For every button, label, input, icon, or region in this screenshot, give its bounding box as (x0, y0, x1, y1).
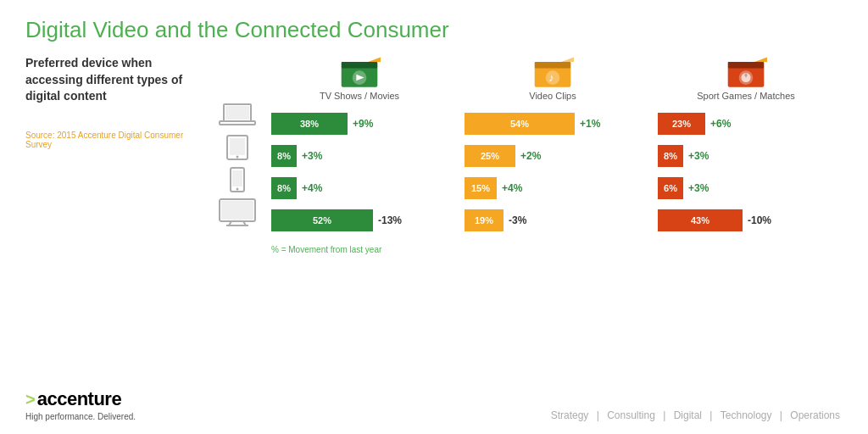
sport-games-move-3: -10% (748, 214, 771, 226)
tv-shows-move-2: +4% (302, 182, 322, 194)
tv-shows-bar-0: 38% (271, 113, 348, 135)
tv-shows-move-3: -13% (378, 214, 402, 226)
sport-games-rows: 23% +6% 8% +3% 6% +3% 43% -10% (658, 111, 834, 233)
nav-strategy: Strategy (551, 409, 589, 421)
video-clips-column: ♪ Video Clips 54% +1% 25% +2% 15% (456, 55, 649, 254)
source-citation: Source: 2015 Accenture Digital Consumer … (25, 131, 212, 149)
legend-text: % = Movement from last year (271, 245, 381, 254)
accenture-tagline: High performance. Delivered. (25, 412, 136, 421)
sport-games-bar-1: 8% (658, 145, 683, 167)
table-row: 6% +3% (658, 175, 834, 201)
sport-games-column: Sport Games / Matches 23% +6% 8% +3% 6% … (649, 55, 843, 254)
video-clips-move-0: +1% (580, 118, 600, 130)
table-row: 8% +4% (271, 175, 448, 201)
accenture-logo: > accenture High performance. Delivered. (25, 388, 136, 421)
footer: > accenture High performance. Delivered.… (25, 388, 843, 421)
sport-games-bar-3: 43% (658, 209, 743, 231)
svg-rect-25 (728, 62, 765, 68)
sport-games-move-0: +6% (710, 118, 731, 130)
svg-rect-1 (225, 106, 249, 120)
sport-games-bar-2: 6% (658, 177, 683, 199)
table-row: 43% -10% (658, 208, 834, 233)
video-clips-bar-0: 54% (465, 113, 575, 135)
footer-nav: Strategy | Consulting | Digital | Techno… (548, 409, 843, 421)
brand-name: accenture (37, 388, 121, 410)
main-title: Digital Video and the Connected Consumer (25, 17, 843, 43)
tv-icon (218, 199, 257, 225)
nav-separator-4: | (780, 409, 785, 421)
tv-shows-rows: 38% +9% 8% +3% 8% +4% 52% -13% (271, 111, 448, 233)
tv-shows-bar-1: 8% (271, 145, 297, 167)
svg-marker-16 (362, 57, 381, 62)
video-clips-icon: ♪ (531, 55, 574, 91)
svg-text:♪: ♪ (548, 71, 554, 84)
tv-shows-column: TV Shows / Movies 38% +9% 8% +3% 8% +4% (263, 55, 456, 254)
nav-separator-2: | (663, 409, 668, 421)
svg-point-8 (236, 188, 239, 191)
chevron-icon: > (25, 390, 36, 409)
svg-point-5 (236, 156, 239, 159)
svg-marker-21 (555, 57, 574, 62)
table-row: 15% +4% (465, 175, 641, 201)
laptop-icon (219, 103, 256, 128)
table-row: 25% +2% (465, 143, 641, 169)
tv-shows-bar-3: 52% (271, 209, 373, 231)
video-clips-label: Video Clips (529, 91, 576, 101)
svg-rect-10 (221, 201, 253, 220)
legend-row: % = Movement from last year (271, 238, 448, 254)
svg-rect-7 (232, 170, 242, 186)
tv-shows-label: TV Shows / Movies (320, 91, 399, 101)
video-clips-move-2: +4% (502, 182, 522, 194)
table-row: 52% -13% (271, 208, 448, 233)
video-clips-move-3: -3% (509, 214, 526, 226)
table-row: 8% +3% (658, 143, 834, 169)
svg-rect-15 (342, 62, 378, 68)
accenture-brand: > accenture (25, 388, 136, 410)
table-row: 19% -3% (465, 208, 641, 233)
sport-games-icon (725, 55, 767, 91)
tv-shows-header: TV Shows / Movies (271, 55, 448, 101)
phone-icon (230, 167, 245, 192)
svg-rect-20 (535, 62, 571, 68)
svg-rect-4 (230, 138, 245, 155)
tv-shows-bar-2: 8% (271, 177, 297, 199)
svg-rect-2 (220, 121, 255, 125)
tablet-icon (225, 135, 249, 160)
tv-shows-icon (338, 55, 381, 91)
nav-digital: Digital (674, 409, 702, 421)
nav-technology: Technology (721, 409, 772, 421)
tv-shows-move-0: +9% (353, 118, 373, 130)
table-row: 54% +1% (465, 111, 641, 136)
sport-games-header: Sport Games / Matches (658, 55, 834, 101)
subtitle: Preferred device when accessing differen… (25, 55, 212, 105)
table-row: 38% +9% (271, 111, 448, 136)
nav-consulting: Consulting (607, 409, 655, 421)
sport-games-move-2: +3% (688, 182, 709, 194)
nav-separator-1: | (597, 409, 602, 421)
tv-shows-move-1: +3% (302, 150, 322, 162)
sport-games-label: Sport Games / Matches (697, 91, 795, 101)
video-clips-header: ♪ Video Clips (465, 55, 641, 101)
sport-games-move-1: +3% (688, 150, 709, 162)
table-row: 23% +6% (658, 111, 834, 136)
svg-marker-26 (748, 57, 767, 62)
video-clips-bar-2: 15% (465, 177, 497, 199)
video-clips-rows: 54% +1% 25% +2% 15% +4% 19% -3% (465, 111, 641, 233)
sport-games-bar-0: 23% (658, 113, 705, 135)
table-row: 8% +3% (271, 143, 448, 169)
video-clips-bar-3: 19% (465, 209, 504, 231)
nav-operations: Operations (790, 409, 840, 421)
video-clips-bar-1: 25% (465, 145, 515, 167)
video-clips-move-1: +2% (520, 150, 541, 162)
nav-separator-3: | (709, 409, 715, 421)
